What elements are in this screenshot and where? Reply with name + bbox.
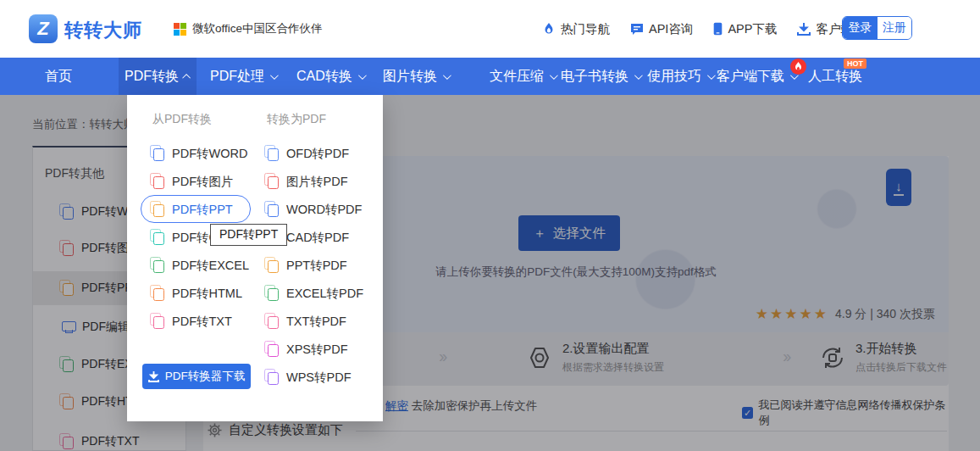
nav-item-pdf-convert[interactable]: PDF转换 — [119, 58, 197, 95]
pdf-converter-download-button[interactable]: PDF转换器下载 — [142, 364, 251, 389]
nav-item-file-compress[interactable]: 文件压缩 — [490, 58, 556, 95]
doc-icon — [152, 231, 164, 244]
sidebar-item-pdf-to-txt[interactable]: PDF转TXT — [33, 425, 185, 451]
client-download-icon — [797, 23, 811, 36]
nav-item-tips[interactable]: 使用技巧 — [647, 58, 713, 95]
doc-icon — [267, 371, 279, 384]
app-download-label: APP下载 — [728, 21, 777, 37]
api-link[interactable]: API咨询 — [630, 21, 693, 37]
menu-item-label: PPT转PDF — [286, 258, 347, 274]
doc-icon — [62, 282, 74, 295]
step-2: 2.设置输出配置 根据需求选择转换设置 — [527, 341, 664, 375]
flame-icon — [542, 22, 556, 36]
step-3: 3.开始转换 点击转换后下载文件 — [820, 341, 947, 375]
sidebar-title: PDF转其他 — [45, 166, 104, 181]
menu-item-label: PDF转PPT — [172, 202, 233, 218]
chevron-down-icon — [358, 71, 367, 80]
chevron-down-icon — [707, 71, 716, 80]
menu-item-ofd-to-pdf[interactable]: OFD转PDF — [267, 146, 349, 162]
download-icon — [148, 371, 159, 382]
nav-label: PDF转换 — [125, 68, 179, 86]
nav-label: CAD转换 — [296, 68, 352, 86]
menu-item-pdf-to-image[interactable]: PDF转图片 — [152, 174, 234, 190]
agreement-checkbox[interactable]: ✓ — [742, 407, 753, 419]
star-rating-icons[interactable]: ★★★★★ — [756, 305, 828, 323]
menu-item-xps-to-pdf[interactable]: XPS转PDF — [267, 342, 348, 358]
chevron-down-icon — [270, 71, 279, 80]
doc-icon — [152, 287, 164, 300]
menu-item-label: CAD转PDF — [286, 230, 349, 246]
flame-badge-icon — [790, 58, 806, 75]
nav-item-client-download[interactable]: 客户端下载 — [717, 58, 796, 95]
plus-icon: ＋ — [533, 225, 546, 242]
site-logo-text[interactable]: 转转大师 — [64, 18, 142, 43]
partner-block: 微软office中国区合作伙伴 — [174, 0, 323, 58]
chevron-up-icon — [182, 73, 191, 81]
decrypt-note: 解密 去除加密保护再上传文件 — [385, 398, 537, 414]
decrypt-link[interactable]: 解密 — [385, 399, 408, 412]
settings-icon — [527, 345, 552, 370]
phone-icon — [713, 22, 723, 36]
menu-item-pdf-to-word[interactable]: PDF转WORD — [152, 146, 247, 162]
chat-icon — [630, 23, 644, 36]
doc-icon — [267, 203, 279, 216]
doc-icon — [267, 259, 279, 272]
nav-item-image-convert[interactable]: 图片转换 — [383, 58, 449, 95]
doc-icon — [152, 203, 164, 216]
divider — [356, 431, 947, 432]
menu-item-pdf-to-ppt[interactable]: PDF转PPT — [152, 202, 233, 218]
nav-label: PDF处理 — [210, 68, 264, 86]
doc-icon — [152, 315, 164, 328]
doc-icon — [152, 175, 164, 188]
menu-item-ppt-to-pdf[interactable]: PPT转PDF — [267, 258, 347, 274]
nav-label: 文件压缩 — [490, 68, 544, 86]
breadcrumb: 当前位置：转转大师 — [32, 117, 136, 132]
api-link-label: API咨询 — [649, 21, 693, 37]
doc-icon — [62, 396, 74, 409]
menu-item-wps-to-pdf[interactable]: WPS转PDF — [267, 370, 352, 386]
nav-label: 图片转换 — [383, 68, 437, 86]
select-file-button[interactable]: ＋ 选择文件 — [518, 215, 620, 251]
monitor-icon — [62, 321, 75, 333]
logo-icon[interactable]: Z — [29, 14, 58, 43]
login-button[interactable]: 登录 — [843, 17, 878, 39]
menu-item-pdf-to-txt[interactable]: PDF转TXT — [152, 314, 232, 330]
nav-label: 首页 — [45, 68, 72, 86]
menu-item-txt-to-pdf[interactable]: TXT转PDF — [267, 314, 346, 330]
menu-item-pdf-to-excel[interactable]: PDF转EXCEL — [152, 258, 249, 274]
select-file-label: 选择文件 — [553, 225, 606, 242]
gear-icon — [208, 423, 222, 437]
menu-item-label: PDF转HTML — [172, 286, 242, 302]
chevron-down-icon — [550, 71, 558, 80]
app-download-link[interactable]: APP下载 — [713, 21, 777, 37]
register-button[interactable]: 注册 — [878, 17, 911, 39]
doc-icon — [267, 315, 279, 328]
dropdown-col1-header: 从PDF转换 — [152, 112, 212, 127]
nav-label: 人工转换 — [808, 68, 862, 86]
custom-settings-label: 自定义转换设置如下 — [229, 422, 343, 438]
nav-item-home[interactable]: 首页 — [45, 58, 72, 95]
doc-icon — [152, 148, 164, 160]
nav-item-cad-convert[interactable]: CAD转换 — [296, 58, 364, 95]
rating-widget[interactable]: ★★★★★ 4.9 分 | 340 次投票 — [756, 305, 935, 323]
menu-item-word-to-pdf[interactable]: WORD转PDF — [267, 202, 362, 218]
app-window: Z 转转大师 微软office中国区合作伙伴 热门导航 API咨询 APP下载 — [0, 0, 980, 451]
decrypt-text: 去除加密保护再上传文件 — [408, 399, 537, 412]
hot-badge: HOT — [844, 58, 866, 69]
menu-item-pdf-to-html[interactable]: PDF转HTML — [152, 286, 242, 302]
microsoft-logo-icon — [174, 23, 186, 36]
menu-item-label: WORD转PDF — [286, 202, 362, 218]
chevron-down-icon — [634, 71, 643, 80]
menu-item-excel-to-pdf[interactable]: EXCEL转PDF — [267, 286, 363, 302]
step-3-title: 3.开始转换 — [855, 341, 947, 357]
menu-item-label: PDF转WORD — [172, 146, 247, 162]
hot-nav-link[interactable]: 热门导航 — [542, 21, 610, 37]
partner-text: 微软office中国区合作伙伴 — [192, 21, 323, 36]
doc-icon — [62, 436, 74, 448]
float-download-icon[interactable]: ↓ — [886, 169, 911, 206]
nav-item-ebook-convert[interactable]: 电子书转换 — [561, 58, 640, 95]
doc-icon — [62, 242, 74, 255]
menu-item-image-to-pdf[interactable]: 图片转PDF — [267, 174, 348, 190]
nav-item-pdf-process[interactable]: PDF处理 — [210, 58, 276, 95]
dropdown-col2-header: 转换为PDF — [267, 112, 326, 127]
